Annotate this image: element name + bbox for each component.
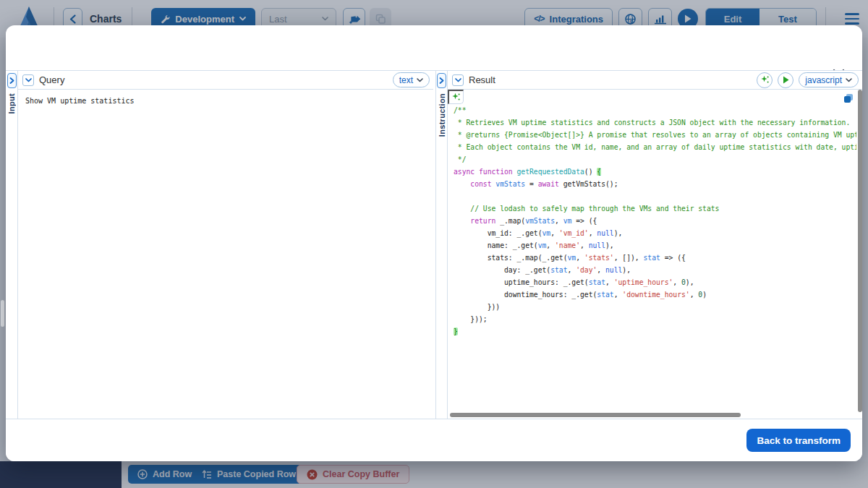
app-root: Charts Development Last </> Integrations [0,0,868,488]
copy-code-icon [843,93,854,103]
modal-footer: Back to transform [6,420,862,461]
horizontal-scrollbar[interactable] [450,413,741,417]
vertical-scrollbar[interactable] [858,90,862,412]
copy-code-button[interactable] [843,93,854,106]
instruction-expand-button[interactable] [437,73,446,88]
chevron-down-icon [417,78,423,82]
result-panel-header: Result javascript [448,71,862,90]
result-collapse-button[interactable] [452,74,464,86]
query-editor[interactable]: Show VM uptime statistics [18,90,433,419]
query-mode-value: text [399,75,413,85]
result-editor-body: /** * Retrieves VM uptime statistics and… [448,90,862,419]
transform-modal: Input Query text Show VM uptime statisti… [6,25,862,461]
panels-region: Input Query text Show VM uptime statisti… [6,70,862,419]
ai-generate-button[interactable] [757,72,773,88]
input-expand-button[interactable] [7,73,17,88]
chevron-down-icon [25,78,32,82]
result-panel: Result javascript [448,71,862,419]
instruction-strip: Instruction [435,71,448,419]
language-select[interactable]: javascript [799,72,859,87]
query-mode-select[interactable]: text [393,72,430,87]
chevron-right-icon [9,77,14,84]
code-lines: /** * Retrieves VM uptime statistics and… [448,104,856,338]
back-to-transform-button[interactable]: Back to transform [746,429,851,452]
sparkle-ai-icon [760,75,770,85]
query-panel-header: Query text [18,71,433,90]
run-play-icon [783,76,789,84]
language-value: javascript [805,75,842,85]
chevron-down-icon [455,78,461,82]
instruction-strip-label: Instruction [438,93,446,137]
result-panel-title: Result [469,74,495,85]
sparkle-ai-icon [451,93,461,102]
chevron-right-icon [439,77,444,84]
query-collapse-button[interactable] [22,74,34,86]
input-strip: Input [6,71,18,419]
query-panel: Query text Show VM uptime statistics [18,71,433,419]
ai-assist-tab-button[interactable] [448,90,464,104]
code-editor[interactable]: /** * Retrieves VM uptime statistics and… [448,104,856,411]
run-code-button[interactable] [778,72,793,88]
page-scrollbar[interactable] [1,300,4,327]
chevron-down-icon [846,78,852,82]
query-panel-title: Query [39,74,64,85]
input-strip-label: Input [7,93,16,114]
